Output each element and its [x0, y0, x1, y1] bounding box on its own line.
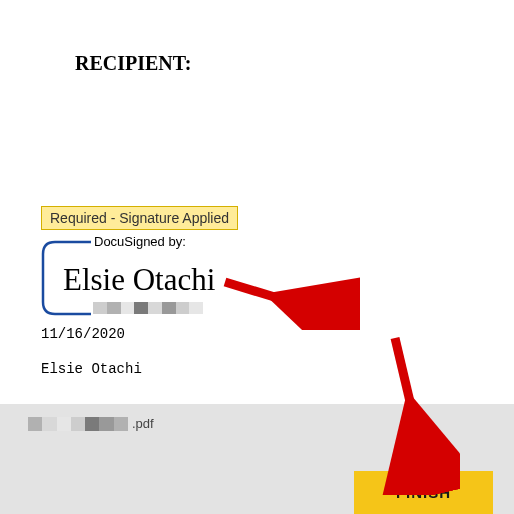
- signature-block[interactable]: DocuSigned by: Elsie Otachi: [41, 240, 226, 316]
- printed-name: Elsie Otachi: [41, 361, 142, 377]
- footer-bar: .pdf FINISH: [0, 404, 514, 514]
- recipient-label: RECIPIENT:: [75, 52, 191, 75]
- signature-status-badge: Required - Signature Applied: [41, 206, 238, 230]
- signature-date: 11/16/2020: [41, 326, 125, 342]
- filename-redacted: [28, 417, 128, 431]
- document-area: RECIPIENT: Required - Signature Applied …: [0, 0, 514, 404]
- signature-id-redacted: [93, 302, 203, 314]
- file-info: .pdf: [28, 416, 154, 431]
- file-extension: .pdf: [132, 416, 154, 431]
- signature-name: Elsie Otachi: [63, 262, 215, 298]
- finish-button[interactable]: FINISH: [354, 471, 493, 514]
- docusigned-label: DocuSigned by:: [91, 234, 189, 249]
